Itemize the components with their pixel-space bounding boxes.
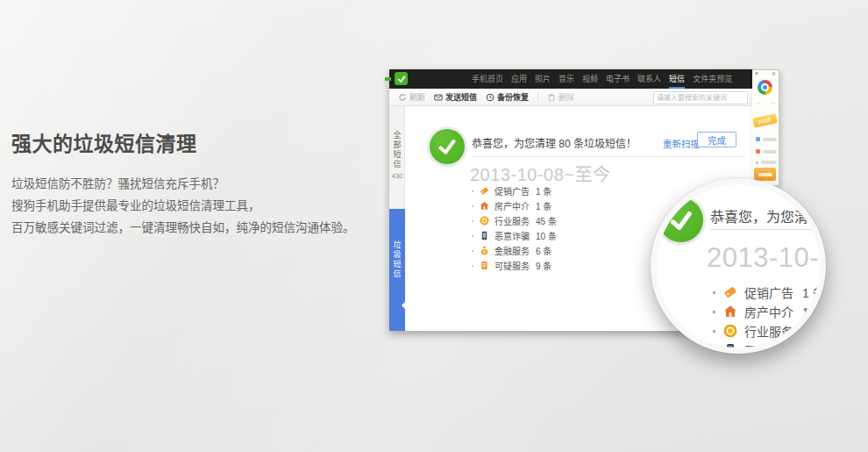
- page-title: 强大的垃圾短信清理: [11, 127, 380, 157]
- category-count: 1 条: [536, 199, 551, 212]
- category-list: 促销广告 1 条 房产中介 1 条 行业服务 45 条: [472, 183, 557, 273]
- delete-button[interactable]: 删除: [547, 91, 574, 103]
- done-button[interactable]: 完成: [697, 132, 736, 147]
- category-count: 10 条: [802, 341, 826, 354]
- send-sms-label: 发送短信: [445, 91, 477, 103]
- hero-description: 垃圾短信防不胜防？骚扰短信充斥手机？ 搜狗手机助手提供最专业的垃圾短信清理工具，…: [11, 173, 380, 239]
- category-count: 45 条: [536, 214, 557, 227]
- category-label: 金融服务: [494, 244, 530, 257]
- forward-arrow-icon[interactable]: →: [769, 98, 776, 106]
- tab-ebooks[interactable]: 电子书: [606, 69, 630, 89]
- main-nav-tabs: 手机首页 应用 照片 音乐 视频 电子书 联系人 短信 文件夹预览: [472, 69, 732, 89]
- list-item-industry-service: 行业服务 45 条: [472, 213, 557, 228]
- backup-restore-button[interactable]: 备份恢复: [486, 91, 529, 103]
- bullet: [472, 265, 473, 267]
- bullet: [472, 250, 473, 252]
- sidebar-item-junk-sms[interactable]: 垃圾短信: [389, 209, 405, 331]
- category-label: 可疑服务: [494, 259, 530, 272]
- category-count: 45 条: [802, 322, 826, 340]
- junk-sms-label-wrap: 垃圾短信: [389, 240, 405, 279]
- tab-video[interactable]: 视频: [582, 69, 598, 89]
- tab-phone-home[interactable]: 手机首页: [472, 69, 503, 89]
- category-count: 10 条: [536, 229, 557, 242]
- category-label: 房产中介: [744, 303, 793, 320]
- panel-list-item[interactable]: [756, 161, 777, 164]
- backup-restore-label: 备份恢复: [497, 91, 529, 103]
- magnified-result-title: 恭喜您，为您清理 80 条垃圾短信！: [710, 205, 826, 226]
- tab-photos[interactable]: 照片: [535, 69, 551, 89]
- panel-list-item[interactable]: [756, 149, 777, 154]
- list-item-real-estate: 房产中介 1 条: [472, 198, 557, 213]
- category-label: 促销广告: [744, 283, 793, 301]
- sms-sidebar: 全部短信 430 垃圾短信: [389, 106, 405, 331]
- junk-sms-label: 垃圾短信: [392, 240, 403, 279]
- bullet: [713, 330, 715, 333]
- magnified-date-range: 2013-10-08~至今: [707, 235, 826, 275]
- collapse-icon[interactable]: ▾: [755, 70, 758, 77]
- hero-line-3: 百万敏感关键词过滤，一键清理畅快自如，纯净的短信沟通体验。: [11, 221, 355, 234]
- list-item-suspicious: 可疑服务 9 条: [472, 258, 557, 273]
- phone-icon: [480, 231, 489, 240]
- close-icon[interactable]: ×: [772, 69, 776, 78]
- moneybag-icon: [480, 246, 489, 255]
- house-icon: [480, 201, 489, 211]
- tab-music[interactable]: 音乐: [559, 69, 574, 89]
- send-sms-button[interactable]: 发送短信: [434, 91, 477, 103]
- rescan-link[interactable]: 重新扫描: [663, 137, 700, 150]
- clean-result-title: 恭喜您，为您清理 80 条垃圾短信！: [472, 135, 637, 150]
- bullet: [472, 205, 473, 207]
- hot-badge: HOT: [752, 113, 778, 127]
- category-count: 9 条: [536, 259, 551, 272]
- download-button[interactable]: [754, 168, 776, 181]
- category-count: 1 条: [536, 184, 551, 197]
- category-count: 1 条: [802, 303, 825, 320]
- search-input[interactable]: [654, 94, 756, 102]
- bullet: [472, 190, 473, 192]
- date-range: 2013-10-08~至今: [470, 161, 610, 186]
- tab-sms[interactable]: 短信: [669, 69, 685, 89]
- blurred-text: [763, 150, 777, 154]
- clock-icon: [486, 93, 494, 102]
- trash-icon: [547, 93, 556, 102]
- category-count: 6 条: [536, 244, 551, 257]
- result-divider: [472, 156, 745, 157]
- search-box: [653, 91, 748, 104]
- hero-line-2: 搜狗手机助手提供最专业的垃圾短信清理工具，: [11, 199, 260, 212]
- list-item-scam: 恶意诈骗 10 条: [472, 228, 557, 243]
- side-promo-panel: ▾ × ← → HOT: [752, 69, 779, 186]
- blurred-text: [761, 161, 777, 164]
- magnified-divider: [710, 229, 826, 230]
- blue-app-icon: [756, 137, 760, 141]
- category-label: 恶意诈骗: [494, 229, 530, 242]
- all-sms-label: 全部短信: [392, 131, 403, 169]
- sms-toolbar: 刷新 发送短信 备份恢复 删除: [389, 89, 752, 106]
- all-sms-count: 430: [392, 172, 403, 180]
- magnifier-circle: 恭喜您，为您清理 80 条垃圾短信！ 2013-10-08~至今 促销广告 1 …: [651, 178, 826, 354]
- tag-icon: [723, 285, 737, 299]
- hero-section: 强大的垃圾短信清理 垃圾短信防不胜防？骚扰短信充斥手机？ 搜狗手机助手提供最专业…: [11, 127, 380, 239]
- list-item-promo-ads: 促销广告 1 条: [472, 183, 557, 198]
- house-icon: [723, 305, 737, 319]
- refresh-button[interactable]: 刷新: [398, 91, 425, 103]
- category-label: 房产中介: [494, 199, 530, 212]
- tab-folder-preview[interactable]: 文件夹预览: [693, 69, 732, 89]
- panel-list-item[interactable]: [756, 137, 777, 141]
- blurred-button-text: [758, 173, 772, 176]
- delete-label: 删除: [559, 91, 574, 103]
- back-arrow-icon[interactable]: ←: [756, 98, 763, 106]
- sogou-assistant-logo-icon: [395, 72, 408, 85]
- category-label: 促销广告: [494, 184, 530, 197]
- success-check-icon: [430, 129, 465, 164]
- tab-contacts[interactable]: 联系人: [637, 69, 661, 89]
- promo-page: 强大的垃圾短信清理 垃圾短信防不胜防？骚扰短信充斥手机？ 搜狗手机助手提供最专业…: [0, 0, 868, 452]
- envelope-icon: [434, 93, 443, 102]
- tab-apps[interactable]: 应用: [511, 69, 527, 89]
- list-item-finance: 金融服务 6 条: [472, 243, 557, 258]
- bullet: [713, 349, 715, 352]
- refresh-label: 刷新: [409, 91, 425, 103]
- bullet: [756, 161, 758, 164]
- magnified-list-item: 恶意诈骗 10 条: [713, 341, 826, 354]
- category-label: 行业服务: [494, 214, 530, 227]
- card-icon: [480, 261, 489, 270]
- sidebar-item-all-sms[interactable]: 全部短信 430: [389, 131, 405, 180]
